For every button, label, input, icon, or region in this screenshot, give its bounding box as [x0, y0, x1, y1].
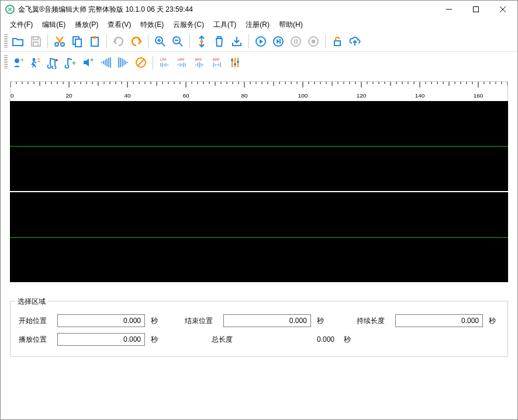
- total-label: 总长度: [212, 335, 244, 345]
- cut-button[interactable]: [51, 33, 68, 50]
- menu-tools[interactable]: 工具(T): [209, 19, 241, 31]
- toolbar-separator: [106, 34, 107, 48]
- toolbar-grip[interactable]: [4, 34, 8, 48]
- menu-view[interactable]: 查看(V): [103, 19, 136, 31]
- svg-text:BRF: BRF: [213, 58, 220, 61]
- svg-rect-12: [93, 36, 96, 39]
- stop-button[interactable]: [305, 33, 322, 50]
- titlebar: 金飞翼®音频编辑大师 完整体验版 10.1.0 06 天 23:59:44: [1, 1, 517, 18]
- menu-register[interactable]: 注册(R): [241, 19, 274, 31]
- svg-text:+: +: [72, 59, 76, 67]
- equalizer-button[interactable]: [227, 54, 243, 71]
- brf-button[interactable]: BRF: [209, 54, 226, 71]
- lpf-button[interactable]: LPF: [157, 54, 173, 71]
- main-toolbar: [1, 31, 517, 52]
- fade-out-button[interactable]: [115, 54, 132, 71]
- select-all-button[interactable]: [194, 33, 210, 50]
- export-button[interactable]: [229, 33, 245, 50]
- svg-point-77: [231, 59, 233, 61]
- volume-effect-button[interactable]: +: [80, 54, 96, 71]
- waveform-channel-left[interactable]: [10, 101, 508, 192]
- time-ruler[interactable]: 020406080100120140160: [10, 81, 508, 101]
- svg-line-14: [162, 43, 165, 46]
- effects-toolbar: + + + LPF HPF BPF BRF: [1, 52, 517, 73]
- redo-button[interactable]: [128, 33, 144, 50]
- paste-button[interactable]: [87, 33, 103, 50]
- total-value: 0.000: [250, 335, 338, 343]
- end-input[interactable]: [223, 314, 311, 327]
- waveform-channel-right[interactable]: [10, 192, 508, 282]
- svg-rect-2: [474, 7, 479, 12]
- unit-label: 秒: [151, 316, 161, 326]
- svg-line-49: [137, 59, 144, 66]
- start-label: 开始位置: [19, 316, 51, 326]
- menu-file[interactable]: 文件(F): [5, 19, 37, 31]
- menu-edit[interactable]: 编辑(E): [37, 19, 70, 31]
- svg-text:+: +: [90, 56, 94, 63]
- undo-button[interactable]: [110, 33, 127, 50]
- close-button[interactable]: [489, 1, 516, 18]
- svg-line-18: [179, 43, 182, 46]
- toolbar-separator: [148, 34, 149, 48]
- start-input[interactable]: [57, 314, 145, 327]
- svg-point-24: [291, 37, 301, 46]
- toolbar-separator: [248, 34, 249, 48]
- hpf-button[interactable]: HPF: [174, 54, 191, 71]
- panel-title: 选择区域: [15, 297, 48, 307]
- minimize-button[interactable]: [436, 1, 462, 18]
- svg-text:HPF: HPF: [178, 58, 185, 61]
- maximize-button[interactable]: [462, 1, 489, 18]
- svg-text:160: 160: [474, 92, 484, 99]
- svg-text:120: 120: [357, 92, 367, 99]
- svg-text:40: 40: [124, 92, 131, 99]
- open-button[interactable]: [10, 33, 26, 50]
- silence-button[interactable]: [133, 54, 149, 71]
- svg-rect-11: [91, 37, 98, 46]
- svg-point-79: [237, 61, 239, 63]
- playpos-label: 播放位置: [19, 335, 51, 345]
- unit-label: 秒: [151, 335, 161, 345]
- end-label: 结束位置: [185, 316, 217, 326]
- copy-button[interactable]: [69, 33, 85, 50]
- unit-label: 秒: [489, 316, 499, 326]
- svg-text:0: 0: [11, 92, 14, 99]
- svg-text:LPF: LPF: [160, 58, 167, 61]
- playpos-input[interactable]: [57, 333, 145, 346]
- app-icon: [5, 5, 15, 14]
- svg-point-32: [33, 58, 36, 61]
- menu-cloud[interactable]: 云服务(C): [168, 19, 209, 31]
- toolbar-separator: [153, 55, 153, 70]
- duration-input[interactable]: [395, 314, 483, 327]
- zoom-in-button[interactable]: [152, 33, 168, 50]
- add-track-button[interactable]: +: [63, 54, 79, 71]
- menu-effects[interactable]: 特效(E): [136, 19, 168, 31]
- play-button[interactable]: [253, 33, 269, 50]
- svg-text:100: 100: [298, 92, 308, 99]
- cloud-upload-button[interactable]: [347, 33, 363, 50]
- voice-effect-button[interactable]: +: [10, 54, 26, 71]
- svg-text:60: 60: [182, 92, 189, 99]
- editor-area: 020406080100120140160 选择区域 开始位置 秒 结束位置 秒…: [1, 73, 517, 357]
- play-loop-button[interactable]: [270, 33, 286, 50]
- unlock-button[interactable]: [329, 33, 346, 50]
- svg-text:140: 140: [415, 92, 425, 99]
- menu-play[interactable]: 播放(P): [70, 19, 103, 31]
- svg-point-20: [201, 40, 203, 43]
- toolbar-grip[interactable]: [4, 55, 8, 70]
- duration-label: 持续长度: [357, 316, 389, 326]
- svg-text:20: 20: [65, 92, 72, 99]
- zoom-out-button[interactable]: [170, 33, 186, 50]
- svg-point-78: [234, 63, 236, 65]
- speed-effect-button[interactable]: [27, 54, 44, 71]
- svg-point-30: [15, 58, 19, 63]
- save-button[interactable]: [27, 33, 44, 50]
- delete-button[interactable]: [211, 33, 227, 50]
- fade-in-button[interactable]: [98, 54, 114, 71]
- pitch-effect-button[interactable]: [45, 54, 61, 71]
- window-title: 金飞翼®音频编辑大师 完整体验版 10.1.0 06 天 23:59:44: [18, 5, 436, 15]
- svg-text:+: +: [20, 57, 24, 63]
- bpf-button[interactable]: BPF: [192, 54, 208, 71]
- waveform-display[interactable]: [10, 101, 508, 282]
- pause-button[interactable]: [288, 33, 304, 50]
- menu-help[interactable]: 帮助(H): [274, 19, 308, 31]
